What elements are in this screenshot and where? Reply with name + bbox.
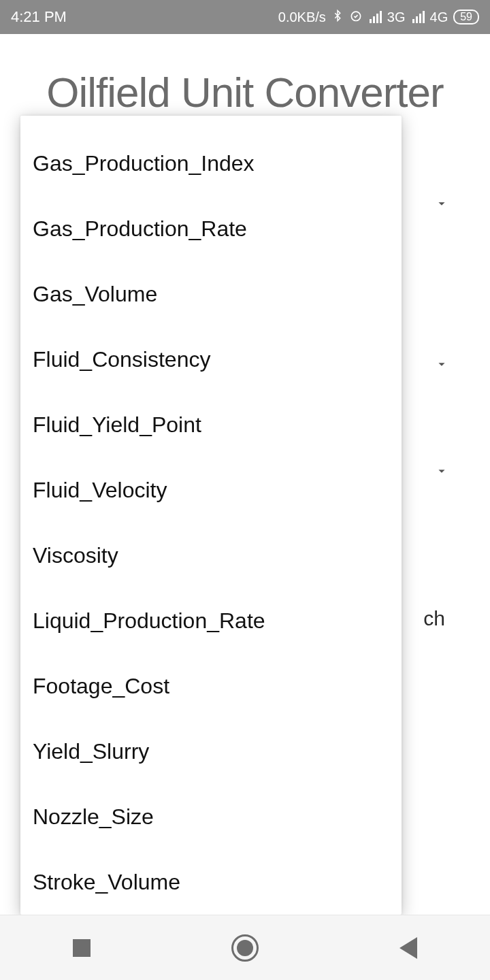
- dropdown-trigger-3[interactable]: [434, 463, 449, 481]
- dropdown-item-label: Fluid_Velocity: [33, 478, 167, 503]
- unit-type-dropdown[interactable]: Gas_Production_Index Gas_Production_Rate…: [20, 116, 402, 915]
- signal-icon: [412, 11, 425, 23]
- dropdown-trigger-1[interactable]: [434, 196, 449, 214]
- chevron-down-icon: [434, 196, 449, 211]
- dropdown-item-viscosity[interactable]: Viscosity: [20, 523, 402, 588]
- status-right: 0.0KB/s 3G 4G 59: [278, 8, 479, 27]
- triangle-left-icon: [399, 937, 417, 959]
- nav-recents-button[interactable]: [65, 932, 98, 964]
- dropdown-item-label: Fluid_Yield_Point: [33, 412, 201, 438]
- battery-indicator: 59: [453, 10, 479, 24]
- dropdown-trigger-2[interactable]: [434, 357, 449, 374]
- alarm-icon: [349, 9, 363, 26]
- status-bar: 4:21 PM 0.0KB/s 3G 4G 59: [0, 0, 490, 34]
- dropdown-item-label: Liquid_Production_Rate: [33, 608, 265, 634]
- status-net1: 3G: [387, 10, 406, 25]
- dropdown-item-label: Stroke_Volume: [33, 870, 180, 895]
- dropdown-item-yield-slurry[interactable]: Yield_Slurry: [20, 719, 402, 784]
- nav-back-button[interactable]: [392, 932, 425, 964]
- dropdown-item-label: Gas_Production_Index: [33, 151, 255, 176]
- dropdown-item-label: Gas_Production_Rate: [33, 216, 247, 242]
- signal-icon: [370, 11, 382, 23]
- nav-home-button[interactable]: [229, 932, 261, 964]
- dropdown-item-label: Footage_Cost: [33, 674, 169, 699]
- dropdown-item-fluid-yield-point[interactable]: Fluid_Yield_Point: [20, 392, 402, 457]
- dropdown-item-fluid-velocity[interactable]: Fluid_Velocity: [20, 457, 402, 523]
- dropdown-item-gas-volume[interactable]: Gas_Volume: [20, 261, 402, 327]
- dropdown-item-label: Gas_Volume: [33, 282, 157, 307]
- dropdown-item-liquid-production-rate[interactable]: Liquid_Production_Rate: [20, 588, 402, 653]
- dropdown-item-footage-cost[interactable]: Footage_Cost: [20, 653, 402, 719]
- system-nav-bar: [0, 915, 490, 980]
- dropdown-item-label: Viscosity: [33, 543, 118, 568]
- chevron-down-icon: [434, 357, 449, 372]
- chevron-down-icon: [434, 463, 449, 478]
- bluetooth-icon: [331, 8, 344, 27]
- status-time: 4:21 PM: [11, 8, 67, 26]
- dropdown-item-gas-production-rate[interactable]: Gas_Production_Rate: [20, 196, 402, 261]
- status-speed: 0.0KB/s: [278, 10, 326, 25]
- dropdown-item-nozzle-size[interactable]: Nozzle_Size: [20, 784, 402, 849]
- dropdown-item-label: Nozzle_Size: [33, 804, 154, 830]
- dropdown-item-label: Yield_Slurry: [33, 739, 149, 764]
- dropdown-item-gas-production-index[interactable]: Gas_Production_Index: [20, 131, 402, 196]
- square-icon: [73, 939, 91, 957]
- dropdown-item-fluid-consistency[interactable]: Fluid_Consistency: [20, 327, 402, 392]
- dropdown-item-stroke-volume[interactable]: Stroke_Volume: [20, 849, 402, 915]
- app-title: Oilfield Unit Converter: [20, 68, 470, 116]
- status-net2: 4G: [430, 10, 448, 25]
- dropdown-item-label: Fluid_Consistency: [33, 347, 210, 372]
- circle-icon: [231, 934, 259, 962]
- obscured-text: ch: [423, 607, 445, 630]
